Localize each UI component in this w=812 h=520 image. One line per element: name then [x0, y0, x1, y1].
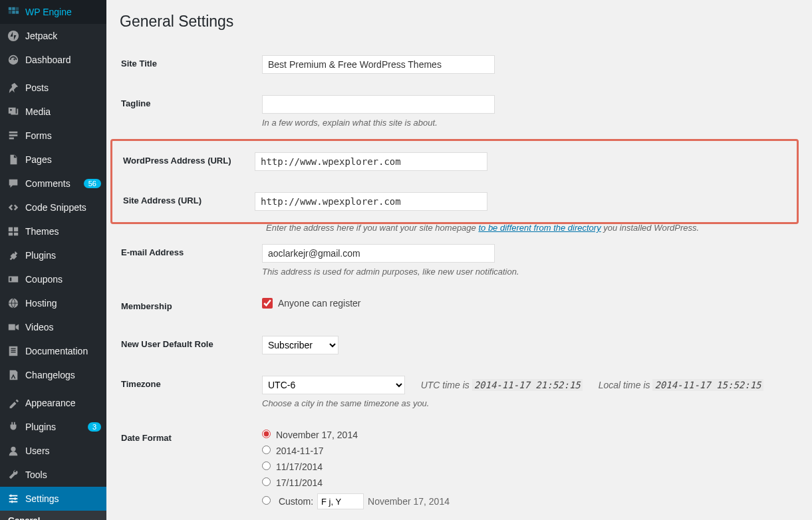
sidebar-item-documentation[interactable]: Documentation — [0, 339, 106, 363]
email-description: This address is used for admin purposes,… — [262, 267, 791, 277]
svg-rect-4 — [12, 11, 15, 14]
svg-rect-12 — [14, 227, 18, 231]
date-format-custom-input[interactable] — [317, 493, 364, 509]
svg-rect-22 — [11, 352, 15, 352]
sidebar-item-label: Hosting — [25, 298, 101, 309]
date-format-option[interactable]: November 17, 2014 — [262, 430, 791, 440]
svg-rect-20 — [11, 348, 15, 349]
site-address-label: Site Address (URL) — [114, 182, 247, 221]
date-format-option[interactable]: 17/11/2014 — [262, 477, 791, 488]
pages-icon — [7, 153, 20, 166]
sidebar-item-plugins[interactable]: Plugins — [0, 243, 106, 267]
sidebar-item-comments[interactable]: Comments56 — [0, 172, 106, 195]
svg-rect-2 — [16, 7, 19, 11]
date-format-radio[interactable] — [262, 430, 271, 438]
date-format-radio[interactable] — [262, 477, 271, 486]
date-format-option[interactable]: 11/17/2014 — [262, 461, 791, 472]
sidebar-item-label: Plugins — [25, 422, 85, 432]
site-address-description: Enter the address here if you want your … — [266, 223, 799, 233]
sidebar-item-coupons[interactable]: Coupons — [0, 267, 106, 291]
sidebar-item-appearance[interactable]: Appearance — [0, 391, 106, 415]
date-format-radio[interactable] — [262, 461, 271, 470]
videos-icon — [7, 321, 20, 334]
tagline-input[interactable] — [262, 95, 495, 114]
svg-rect-1 — [12, 7, 15, 11]
local-time-label: Local time is — [599, 380, 650, 390]
date-format-custom[interactable]: Custom:November 17, 2014 — [262, 493, 791, 509]
date-format-custom-preview: November 17, 2014 — [368, 496, 450, 507]
sidebar-submenu: General — [0, 511, 106, 520]
date-format-radio-custom[interactable] — [262, 496, 271, 505]
sidebar-item-media[interactable]: Media — [0, 100, 106, 124]
sidebar-item-label: Dashboard — [25, 55, 101, 65]
membership-checkbox-label[interactable]: Anyone can register — [262, 298, 361, 309]
timezone-select[interactable]: UTC-6 — [262, 376, 405, 394]
utc-time-label: UTC time is — [421, 380, 470, 390]
changelogs-icon — [7, 368, 20, 382]
forms-icon — [7, 129, 20, 142]
sidebar-item-users[interactable]: Users — [0, 439, 106, 463]
page-title: General Settings — [120, 7, 799, 44]
svg-rect-21 — [11, 350, 15, 350]
sidebar-badge: 3 — [88, 422, 101, 432]
admin-sidebar: WP EngineJetpackDashboardPostsMediaForms… — [0, 0, 106, 520]
tagline-label: Tagline — [121, 85, 254, 138]
svg-rect-16 — [10, 277, 12, 281]
sidebar-item-forms[interactable]: Forms — [0, 124, 106, 148]
membership-checkbox[interactable] — [262, 298, 273, 309]
users-icon — [7, 444, 20, 457]
sidebar-item-plugins[interactable]: Plugins3 — [0, 415, 106, 439]
svg-point-7 — [10, 109, 12, 111]
email-input[interactable] — [262, 244, 495, 263]
svg-rect-13 — [9, 233, 13, 236]
default-role-label: New User Default Role — [121, 326, 254, 364]
sidebar-item-label: Media — [25, 106, 101, 117]
svg-rect-27 — [11, 495, 12, 497]
code-icon — [7, 201, 20, 214]
sidebar-item-tools[interactable]: Tools — [0, 463, 106, 487]
sidebar-item-settings[interactable]: Settings — [0, 487, 106, 511]
sidebar-item-label: Pages — [25, 154, 101, 165]
sidebar-item-jetpack[interactable]: Jetpack — [0, 24, 106, 48]
sidebar-item-dashboard[interactable]: Dashboard — [0, 48, 106, 72]
media-icon — [7, 105, 20, 118]
dashboard-icon — [7, 53, 20, 66]
wp-address-input[interactable] — [255, 152, 487, 171]
date-format-radio[interactable] — [262, 446, 271, 454]
tagline-description: In a few words, explain what this site i… — [262, 118, 791, 128]
appearance-icon — [7, 396, 20, 410]
site-address-desc-link[interactable]: to be different from the directory — [478, 223, 601, 233]
sidebar-item-hosting[interactable]: Hosting — [0, 291, 106, 315]
sidebar-item-label: Changelogs — [25, 370, 101, 380]
timezone-label: Timezone — [121, 366, 254, 418]
membership-label: Membership — [121, 288, 254, 325]
sidebar-item-label: Plugins — [25, 250, 101, 261]
sidebar-item-pages[interactable]: Pages — [0, 148, 106, 172]
sidebar-item-themes[interactable]: Themes — [0, 219, 106, 243]
sidebar-item-code-snippets[interactable]: Code Snippets — [0, 195, 106, 219]
sidebar-item-videos[interactable]: Videos — [0, 315, 106, 339]
sidebar-item-posts[interactable]: Posts — [0, 76, 106, 100]
docs-icon — [7, 344, 20, 358]
sidebar-item-label: Themes — [25, 226, 101, 237]
svg-rect-26 — [9, 501, 18, 503]
svg-rect-8 — [9, 132, 18, 134]
svg-rect-5 — [16, 11, 19, 14]
svg-rect-19 — [9, 346, 18, 356]
site-address-input[interactable] — [255, 192, 487, 211]
svg-rect-10 — [9, 138, 14, 140]
svg-rect-3 — [9, 11, 11, 14]
sidebar-item-wp-engine[interactable]: WP Engine — [0, 0, 106, 24]
sidebar-item-changelogs[interactable]: Changelogs — [0, 363, 106, 387]
sidebar-item-label: Code Snippets — [25, 202, 101, 213]
svg-rect-18 — [9, 325, 15, 330]
sidebar-sub-general[interactable]: General — [0, 511, 106, 520]
date-format-option[interactable]: 2014-11-17 — [262, 446, 791, 456]
email-label: E-mail Address — [121, 234, 254, 287]
sidebar-item-label: Jetpack — [25, 31, 101, 41]
sidebar-item-label: Users — [25, 446, 101, 456]
svg-point-6 — [8, 31, 19, 41]
default-role-select[interactable]: Subscriber — [262, 336, 338, 354]
coupons-icon — [7, 273, 20, 286]
site-title-input[interactable] — [262, 55, 495, 74]
